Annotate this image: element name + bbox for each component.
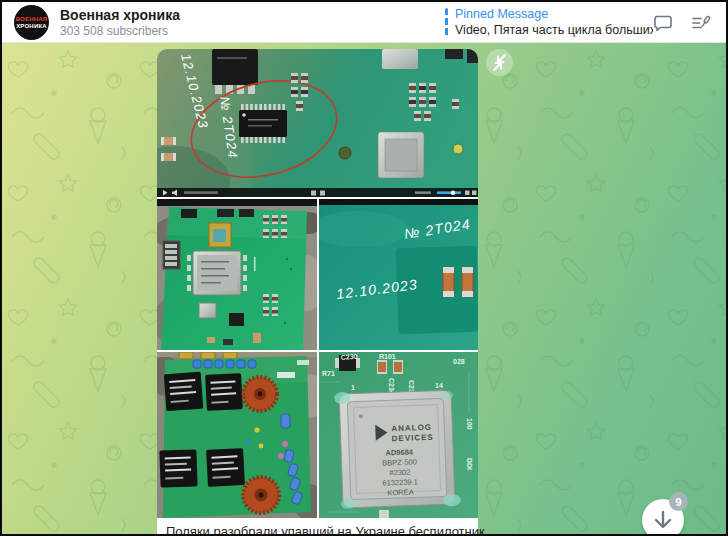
- album-photo-board-markings[interactable]: № 2Т024 12.10.2023: [319, 199, 478, 350]
- avatar-text-line2: ХРОНИКА: [16, 23, 47, 30]
- chip-closeup-scene: C230 R71 R101 C234 C235 1 14 028 100 DDI: [319, 352, 478, 518]
- channel-avatar[interactable]: ВОЕННАЯ ХРОНИКА: [14, 5, 49, 40]
- message-caption: Поляки разобрали упавший на Украине бесп…: [157, 518, 478, 534]
- fullscreen-icon: [472, 191, 477, 196]
- scroll-down-button[interactable]: 9: [642, 499, 684, 534]
- silkscreen-label: 100: [466, 418, 473, 430]
- chip-package: BBPZ-500: [382, 457, 417, 467]
- comment-bubble-icon[interactable]: [653, 13, 673, 33]
- collapse-media-button[interactable]: [486, 49, 513, 76]
- pinned-preview: Video, Пятая часть цикла больших…: [455, 23, 653, 37]
- silkscreen-label: R71: [322, 370, 335, 377]
- video-controls[interactable]: [157, 188, 478, 197]
- time-display: [184, 191, 218, 194]
- channel-subscribers: 303 508 subscribers: [60, 24, 168, 38]
- telegram-window: ВОЕННАЯ ХРОНИКА Военная хроника 303 508 …: [0, 0, 728, 536]
- album-photo-chip-closeup[interactable]: C230 R71 R101 C234 C235 1 14 028 100 DDI: [319, 352, 478, 518]
- chat-header: ВОЕННАЯ ХРОНИКА Военная хроника 303 508 …: [2, 2, 726, 43]
- qfp-chip: [378, 132, 424, 178]
- chip-model: AD9684: [385, 447, 414, 457]
- channel-title[interactable]: Военная хроника: [60, 7, 180, 23]
- pinned-label: Pinned Message: [455, 7, 548, 21]
- pcb-markings-scene: № 2Т024 12.10.2023: [319, 199, 478, 350]
- main-chip: [187, 251, 247, 295]
- message-album: 12.10.2023 № 2Т024: [157, 49, 478, 534]
- left-connector: [163, 241, 180, 269]
- progress-bar: [437, 191, 461, 194]
- silkscreen-label: C230: [340, 353, 357, 361]
- chip-lot: #2302: [389, 468, 410, 478]
- pcb-angle-scene: [157, 199, 317, 350]
- collapse-arrows-icon: [486, 49, 513, 76]
- arrow-down-icon: [651, 508, 675, 532]
- chip-country: KOREA: [387, 488, 414, 498]
- pinned-list-icon[interactable]: [691, 13, 711, 33]
- gold-module: [209, 223, 231, 247]
- unread-count-badge: 9: [669, 492, 688, 511]
- album-video[interactable]: 12.10.2023 № 2Т024: [157, 49, 478, 197]
- chip-brand-line1: ANALOG: [391, 423, 432, 433]
- album-photo-board-angle[interactable]: [157, 199, 317, 350]
- silkscreen-label: 14: [435, 382, 443, 389]
- silkscreen-label: R101: [379, 353, 396, 360]
- album-photo-power-board[interactable]: [157, 352, 317, 518]
- silkscreen-label: 1: [351, 384, 355, 391]
- pcb-power-scene: [157, 352, 317, 518]
- silkscreen-label: 028: [453, 358, 465, 365]
- chat-area: 12.10.2023 № 2Т024: [2, 43, 726, 534]
- pinned-indicator: [445, 8, 448, 37]
- chip-code: 6132239.1: [382, 477, 418, 487]
- analog-devices-chip: ANALOG DEVICES AD9684 BBPZ-500 #2302 613…: [334, 388, 461, 510]
- silkscreen-label: DDI: [466, 458, 473, 470]
- video-pcb-scene: 12.10.2023 № 2Т024: [157, 49, 478, 197]
- chip-brand-line2: DEVICES: [392, 433, 434, 443]
